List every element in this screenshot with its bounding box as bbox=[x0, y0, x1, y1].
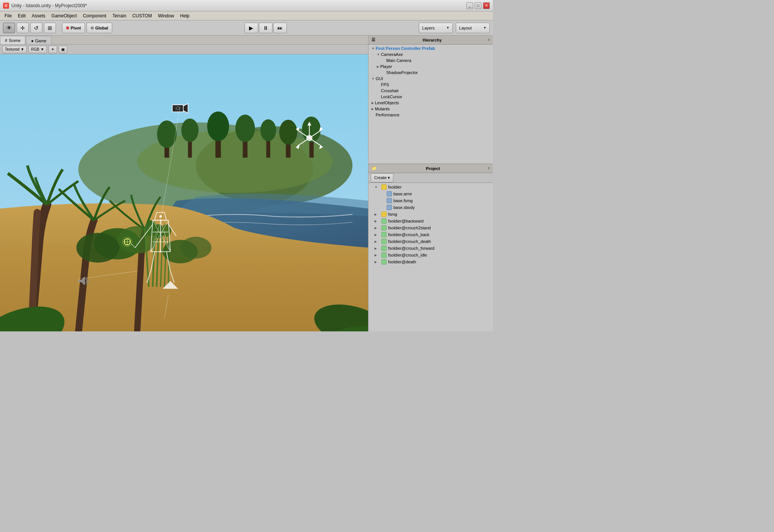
tab-game[interactable]: ● Game bbox=[26, 36, 51, 44]
eye-tool-button[interactable]: 👁 bbox=[3, 23, 15, 33]
menu-item-gameobject[interactable]: GameObject bbox=[48, 12, 80, 19]
sun-button[interactable]: ☀ bbox=[48, 46, 57, 53]
menu-item-terrain[interactable]: Terrain bbox=[109, 12, 129, 19]
create-button[interactable]: Create ▾ bbox=[371, 173, 393, 182]
scene-tabs: # Scene ● Game bbox=[0, 36, 368, 45]
maximize-button[interactable]: □ bbox=[475, 2, 481, 9]
game-tab-icon: ● bbox=[31, 39, 34, 43]
expand-triangle[interactable]: ▼ bbox=[372, 77, 375, 80]
project-item-label: base.sbody bbox=[393, 205, 415, 210]
expand-triangle[interactable]: ▶ bbox=[372, 107, 374, 111]
project-expand-triangle[interactable]: ▶ bbox=[375, 233, 379, 237]
hierarchy-item-7[interactable]: Crosshair bbox=[368, 88, 493, 94]
project-item-6[interactable]: ▶fsoldier@crouch2stand bbox=[368, 224, 493, 231]
layers-dropdown[interactable]: Layers ▼ bbox=[419, 23, 453, 33]
hierarchy-item-11[interactable]: Performance bbox=[368, 112, 493, 118]
color-mode-dropdown[interactable]: RGB ▼ bbox=[28, 46, 47, 53]
project-expand-triangle[interactable]: ▶ bbox=[375, 226, 379, 230]
hierarchy-item-0[interactable]: ▼First Person Controller Prefab bbox=[368, 45, 493, 51]
shading-dropdown[interactable]: Textured ▼ bbox=[2, 46, 27, 53]
project-item-icon-anim bbox=[381, 218, 387, 224]
rotate-tool-button[interactable]: ↺ bbox=[30, 23, 42, 33]
svg-point-15 bbox=[279, 120, 297, 145]
project-expand-triangle[interactable]: ▶ bbox=[375, 220, 379, 223]
layout-dropdown[interactable]: Layout ▼ bbox=[456, 23, 490, 33]
project-expand-triangle[interactable]: ▼ bbox=[375, 186, 379, 189]
hierarchy-item-5[interactable]: ▼GUI bbox=[368, 76, 493, 82]
tab-scene[interactable]: # Scene bbox=[0, 36, 25, 44]
expand-triangle[interactable]: ▶ bbox=[372, 101, 374, 105]
project-menu-button[interactable]: = bbox=[488, 166, 490, 170]
image-icon: ▣ bbox=[61, 47, 65, 51]
image-button[interactable]: ▣ bbox=[59, 46, 67, 53]
project-item-1[interactable]: base.armr bbox=[368, 190, 493, 197]
project-expand-triangle[interactable]: ▶ bbox=[375, 254, 379, 257]
project-header: 📁 Project = bbox=[368, 164, 493, 173]
hierarchy-menu-button[interactable]: = bbox=[488, 38, 490, 42]
scene-viewport[interactable] bbox=[0, 54, 368, 331]
main-content: # Scene ● Game Textured ▼ RGB ▼ ☀ ▣ bbox=[0, 36, 493, 331]
expand-triangle[interactable]: ▼ bbox=[377, 53, 380, 56]
hierarchy-item-1[interactable]: ▼CameraAxe bbox=[368, 51, 493, 57]
menu-item-help[interactable]: Help bbox=[177, 12, 193, 19]
project-item-icon-anim bbox=[381, 259, 387, 264]
expand-triangle[interactable]: ▶ bbox=[377, 65, 379, 68]
expand-triangle[interactable]: ▼ bbox=[372, 47, 375, 50]
move-tool-button[interactable]: ✛ bbox=[17, 23, 29, 33]
project-item-0[interactable]: ▼fsoldier bbox=[368, 184, 493, 190]
project-item-icon-anim bbox=[381, 252, 387, 258]
scale-tool-button[interactable]: ⊞ bbox=[44, 23, 56, 33]
project-item-11[interactable]: ▶fsoldier@death bbox=[368, 258, 493, 265]
scene-tab-label: Scene bbox=[9, 38, 20, 43]
project-item-icon-mesh bbox=[387, 198, 392, 203]
color-mode-arrow: ▼ bbox=[40, 47, 44, 51]
hierarchy-item-9[interactable]: ▶LevelObjects bbox=[368, 100, 493, 106]
hierarchy-item-3[interactable]: ▶Player bbox=[368, 63, 493, 70]
pause-button[interactable]: ⏸ bbox=[259, 23, 272, 33]
project-item-7[interactable]: ▶fsoldier@crouch_back bbox=[368, 231, 493, 238]
hierarchy-content[interactable]: ▼First Person Controller Prefab▼CameraAx… bbox=[368, 45, 493, 164]
right-panel: ☰ Hierarchy = ▼First Person Controller P… bbox=[368, 36, 493, 331]
project-item-4[interactable]: ▶fsmg bbox=[368, 211, 493, 218]
svg-point-56 bbox=[176, 107, 179, 110]
menu-item-edit[interactable]: Edit bbox=[15, 12, 29, 19]
project-item-8[interactable]: ▶fsoldier@crouch_death bbox=[368, 238, 493, 245]
hierarchy-icon: ☰ bbox=[372, 37, 375, 42]
menu-item-file[interactable]: File bbox=[2, 12, 15, 19]
menu-item-assets[interactable]: Assets bbox=[29, 12, 48, 19]
menu-item-component[interactable]: Component bbox=[80, 12, 109, 19]
project-item-10[interactable]: ▶fsoldier@crouch_idle bbox=[368, 252, 493, 258]
menu-item-window[interactable]: Window bbox=[155, 12, 177, 19]
project-expand-triangle[interactable]: ▶ bbox=[375, 240, 379, 243]
pivot-label: Pivot bbox=[71, 26, 81, 30]
hierarchy-item-label: ShadowProjector bbox=[386, 70, 418, 75]
project-item-icon-folder bbox=[381, 212, 387, 217]
project-panel: 📁 Project = Create ▾ ▼fsoldier base.armr… bbox=[368, 164, 493, 331]
hierarchy-item-10[interactable]: ▶Mutants bbox=[368, 106, 493, 112]
project-item-9[interactable]: ▶fsoldier@crouch_forward bbox=[368, 245, 493, 252]
close-button[interactable]: ✕ bbox=[483, 2, 490, 9]
project-item-label: fsoldier bbox=[388, 185, 401, 189]
menu-item-custom[interactable]: CUSTOM bbox=[129, 12, 155, 19]
project-item-2[interactable]: base.fsmg bbox=[368, 197, 493, 204]
play-button[interactable]: ▶ bbox=[245, 23, 258, 33]
hierarchy-item-2[interactable]: Main Camera bbox=[368, 57, 493, 63]
project-item-3[interactable]: base.sbody bbox=[368, 204, 493, 211]
project-expand-triangle[interactable]: ▶ bbox=[375, 260, 379, 264]
toolbar: 👁 ✛ ↺ ⊞ Pivot Global ▶ ⏸ ⏭ Layers ▼ Layo… bbox=[0, 20, 493, 36]
project-content[interactable]: ▼fsoldier base.armr base.fsmg base.sbody… bbox=[368, 183, 493, 331]
hierarchy-header: ☰ Hierarchy = bbox=[368, 36, 493, 45]
hierarchy-item-label: Player bbox=[380, 64, 392, 69]
hierarchy-item-6[interactable]: FPS bbox=[368, 82, 493, 88]
hierarchy-item-8[interactable]: LockCursor bbox=[368, 94, 493, 100]
camera-gizmo bbox=[172, 104, 188, 113]
step-button[interactable]: ⏭ bbox=[273, 23, 287, 33]
minimize-button[interactable]: _ bbox=[466, 2, 473, 9]
project-expand-triangle[interactable]: ▶ bbox=[375, 247, 379, 250]
project-item-5[interactable]: ▶fsoldier@backward bbox=[368, 218, 493, 224]
pivot-button[interactable]: Pivot bbox=[62, 23, 85, 33]
project-expand-triangle[interactable]: ▶ bbox=[375, 213, 379, 216]
hierarchy-item-4[interactable]: ShadowProjector bbox=[368, 70, 493, 76]
global-button[interactable]: Global bbox=[87, 23, 112, 33]
title-text: U Unity - Islands.unity - MyProject2009* bbox=[3, 3, 87, 9]
